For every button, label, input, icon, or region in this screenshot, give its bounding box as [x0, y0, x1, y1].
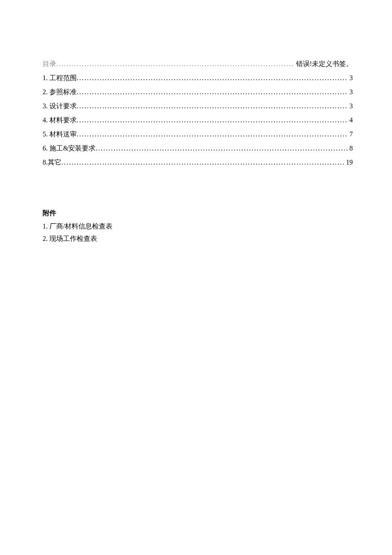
toc-page: 7: [348, 130, 353, 138]
toc-entry: 6. 施工&安装要求 .............................…: [43, 144, 353, 153]
toc-entry: 2. 参照标准 ................................…: [43, 88, 353, 97]
toc-dots: ........................................…: [77, 102, 348, 110]
toc-label: 5. 材料送审: [43, 130, 77, 139]
toc-dots: ........................................…: [77, 74, 348, 82]
toc-label: 1. 工程范围: [43, 74, 77, 83]
toc-page: 3: [348, 88, 353, 96]
toc-entry: 4. 材料要求 ................................…: [43, 116, 353, 125]
attachments-heading: 附件: [43, 209, 353, 218]
toc-entry: 1. 工程范围 ................................…: [43, 74, 353, 83]
toc-label: 2. 参照标准: [43, 88, 77, 97]
toc-dots: ........................................…: [77, 116, 348, 124]
toc-entry: 目录 .....................................…: [43, 60, 353, 69]
toc-page: 3: [348, 102, 353, 110]
toc-label: 目录: [43, 60, 56, 69]
toc-entry: 3. 设计要求 ................................…: [43, 102, 353, 111]
toc-page: 19: [344, 159, 353, 166]
attachments-section: 附件 1. 厂商/材料信息检查表 2. 现场工作检查表: [43, 209, 353, 243]
toc-dots: ........................................…: [77, 130, 348, 138]
toc-dots: ........................................…: [56, 60, 294, 68]
toc-dots: ........................................…: [77, 88, 348, 96]
toc-entry: 8.其它 ...................................…: [43, 158, 353, 167]
toc-section: 目录 .....................................…: [43, 60, 353, 167]
toc-label: 3. 设计要求: [43, 102, 77, 111]
toc-label: 4. 材料要求: [43, 116, 77, 125]
toc-page: 错误!未定义书签。: [294, 60, 353, 69]
toc-entry: 5. 材料送审 ................................…: [43, 130, 353, 139]
toc-label: 6. 施工&安装要求: [43, 144, 95, 153]
toc-page: 8: [348, 145, 353, 152]
toc-page: 4: [348, 116, 353, 124]
toc-page: 3: [348, 74, 353, 82]
toc-dots: ........................................…: [61, 159, 344, 166]
attachment-item: 1. 厂商/材料信息检查表: [43, 222, 353, 231]
toc-dots: ........................................…: [95, 145, 348, 152]
attachment-item: 2. 现场工作检查表: [43, 234, 353, 243]
toc-label: 8.其它: [43, 158, 61, 167]
